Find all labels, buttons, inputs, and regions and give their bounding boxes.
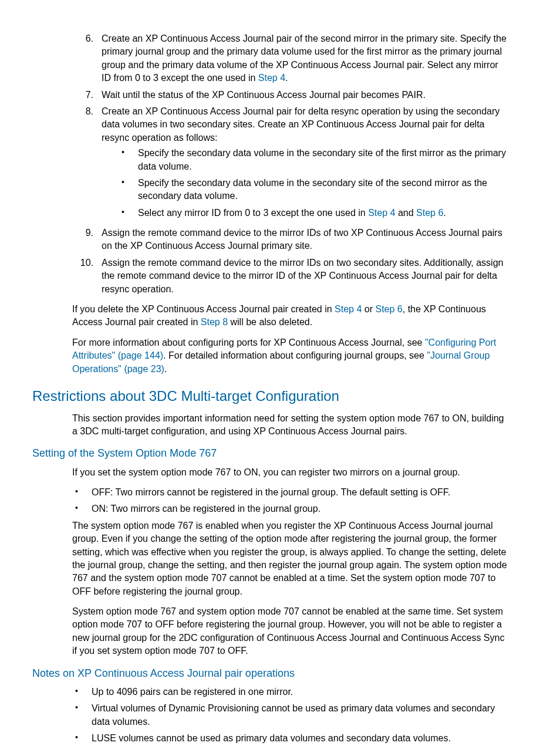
step8-link[interactable]: Step 8: [201, 317, 228, 327]
system-option-767-heading: Setting of the System Option Mode 767: [32, 446, 507, 461]
step-number: 6.: [72, 32, 102, 85]
list-item: • OFF: Two mirrors cannot be registered …: [72, 486, 507, 499]
step6-link[interactable]: Step 6: [375, 304, 402, 314]
step8-sublist: • Specify the secondary data volume in t…: [102, 147, 507, 220]
steps-list: 6. Create an XP Continuous Access Journa…: [72, 32, 507, 296]
pair-ops-bullets: • Up to 4096 pairs can be registered in …: [32, 686, 507, 745]
step-9: 9. Assign the remote command device to t…: [72, 227, 507, 253]
step-content: Assign the remote command device to the …: [102, 227, 507, 253]
step-content: Create an XP Continuous Access Journal p…: [102, 105, 507, 223]
list-item: • Select any mirror ID from 0 to 3 excep…: [102, 207, 507, 220]
list-item: • LUSE volumes cannot be used as primary…: [72, 732, 507, 745]
step-content: Assign the remote command device to the …: [102, 256, 507, 296]
step4-link[interactable]: Step 4: [368, 208, 395, 218]
step-8: 8. Create an XP Continuous Access Journa…: [72, 105, 507, 223]
step-10: 10. Assign the remote command device to …: [72, 256, 507, 296]
list-item: • Specify the secondary data volume in t…: [102, 147, 507, 173]
list-item: • ON: Two mirrors can be registered in t…: [72, 502, 507, 515]
bullet-icon: •: [75, 686, 92, 698]
step-7: 7. Wait until the status of the XP Conti…: [72, 89, 507, 102]
mode767-paragraph-3: System option mode 767 and system option…: [32, 605, 507, 658]
reference-paragraph: For more information about configuring p…: [32, 336, 507, 376]
restrictions-intro: This section provides important informat…: [32, 412, 507, 438]
bullet-icon: •: [122, 147, 138, 173]
bullet-icon: •: [75, 732, 92, 745]
bullet-icon: •: [122, 177, 138, 203]
list-item: • Up to 4096 pairs can be registered in …: [72, 686, 507, 698]
mode767-intro: If you set the system option mode 767 to…: [32, 466, 507, 479]
restrictions-heading: Restrictions about 3DC Multi-target Conf…: [32, 386, 507, 406]
step-content: Wait until the status of the XP Continuo…: [102, 89, 507, 102]
delete-note-paragraph: If you delete the XP Continuous Access J…: [32, 303, 507, 329]
step-6: 6. Create an XP Continuous Access Journa…: [72, 32, 507, 85]
step-content: Create an XP Continuous Access Journal p…: [102, 32, 507, 85]
step4-link[interactable]: Step 4: [335, 304, 362, 314]
step-number: 7.: [72, 89, 102, 102]
bullet-icon: •: [75, 486, 92, 499]
bullet-icon: •: [75, 702, 92, 728]
mode767-paragraph-2: The system option mode 767 is enabled wh…: [32, 519, 507, 598]
step-number: 10.: [72, 256, 102, 296]
list-item: • Virtual volumes of Dynamic Provisionin…: [72, 702, 507, 728]
bullet-icon: •: [75, 502, 92, 515]
mode767-bullets: • OFF: Two mirrors cannot be registered …: [32, 486, 507, 516]
step-number: 9.: [72, 227, 102, 253]
list-item: • Specify the secondary data volume in t…: [102, 177, 507, 203]
pair-operations-heading: Notes on XP Continuous Access Journal pa…: [32, 666, 507, 681]
step-number: 8.: [72, 105, 102, 223]
step6-link[interactable]: Step 6: [416, 208, 443, 218]
bullet-icon: •: [122, 207, 138, 220]
step4-link[interactable]: Step 4: [258, 73, 285, 83]
